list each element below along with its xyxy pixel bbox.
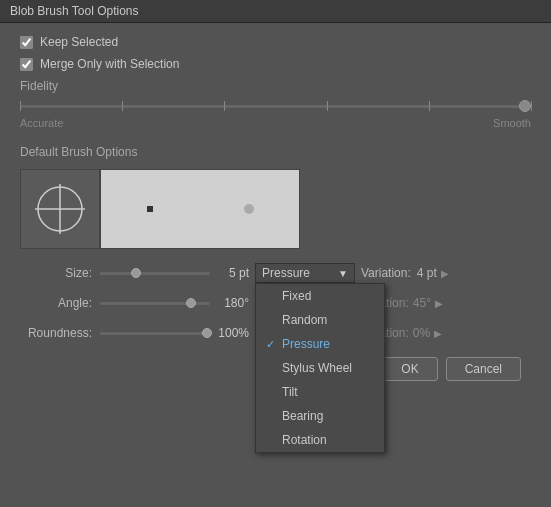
dropdown-menu: Fixed Random ✓ Pressure Stylus Wheel <box>255 283 385 453</box>
size-row: Size: 5 pt Pressure ▼ Fixed <box>20 261 531 285</box>
fidelity-slider-container[interactable] <box>20 97 531 115</box>
size-label: Size: <box>20 266 100 280</box>
dropdown-item-tilt[interactable]: Tilt <box>256 380 384 404</box>
size-variation-value: 4 pt <box>417 266 437 280</box>
keep-selected-label: Keep Selected <box>40 35 118 49</box>
fidelity-label: Fidelity <box>20 79 531 93</box>
fidelity-track <box>20 105 531 108</box>
checkmark-pressure: ✓ <box>266 338 276 351</box>
roundness-variation-arrow-icon[interactable]: ▶ <box>434 328 442 339</box>
fidelity-min-label: Accurate <box>20 117 63 129</box>
angle-variation-arrow-icon[interactable]: ▶ <box>435 298 443 309</box>
dropdown-item-label-stylus: Stylus Wheel <box>282 361 352 375</box>
roundness-thumb[interactable] <box>202 328 212 338</box>
fidelity-max-label: Smooth <box>493 117 531 129</box>
angle-variation-value: 45° <box>413 296 431 310</box>
dropdown-arrow-icon: ▼ <box>338 268 348 279</box>
size-value: 5 pt <box>210 266 255 280</box>
brush-dot-light <box>244 204 254 214</box>
angle-slider[interactable] <box>100 302 210 305</box>
merge-only-label: Merge Only with Selection <box>40 57 179 71</box>
brush-dot-preview <box>100 169 300 249</box>
dropdown-item-fixed[interactable]: Fixed <box>256 284 384 308</box>
dropdown-item-label-random: Random <box>282 313 327 327</box>
brush-dot-dark <box>147 206 153 212</box>
cancel-button[interactable]: Cancel <box>446 357 521 381</box>
pressure-dropdown-btn[interactable]: Pressure ▼ <box>255 263 355 283</box>
dropdown-item-label-tilt: Tilt <box>282 385 298 399</box>
dropdown-selected-label: Pressure <box>262 266 310 280</box>
size-variation-arrow-icon[interactable]: ▶ <box>441 268 449 279</box>
size-thumb[interactable] <box>131 268 141 278</box>
dropdown-item-label-pressure: Pressure <box>282 337 330 351</box>
keep-selected-row: Keep Selected <box>20 35 531 49</box>
ok-button[interactable]: OK <box>382 357 437 381</box>
fidelity-thumb[interactable] <box>519 100 531 112</box>
dialog-title: Blob Brush Tool Options <box>10 4 139 18</box>
angle-value: 180° <box>210 296 255 310</box>
merge-only-checkbox[interactable] <box>20 58 33 71</box>
dropdown-item-stylus[interactable]: Stylus Wheel <box>256 356 384 380</box>
size-slider[interactable] <box>100 272 210 275</box>
brush-icon-preview <box>20 169 100 249</box>
dropdown-item-random[interactable]: Random <box>256 308 384 332</box>
size-variation-group: Variation: 4 pt ▶ <box>355 266 449 280</box>
dropdown-item-label-bearing: Bearing <box>282 409 323 423</box>
dropdown-item-bearing[interactable]: Bearing <box>256 404 384 428</box>
roundness-value: 100% <box>210 326 255 340</box>
brush-preview-row <box>20 169 531 249</box>
size-variation-label: Variation: <box>355 266 417 280</box>
angle-thumb[interactable] <box>186 298 196 308</box>
params-section: Size: 5 pt Pressure ▼ Fixed <box>20 261 531 345</box>
keep-selected-checkbox[interactable] <box>20 36 33 49</box>
crosshair-svg <box>33 182 87 236</box>
roundness-variation-value: 0% <box>413 326 430 340</box>
merge-only-row: Merge Only with Selection <box>20 57 531 71</box>
dropdown-item-pressure[interactable]: ✓ Pressure <box>256 332 384 356</box>
dropdown-item-label-fixed: Fixed <box>282 289 311 303</box>
angle-label: Angle: <box>20 296 100 310</box>
fidelity-section: Fidelity Accurate Smooth <box>20 79 531 129</box>
title-bar: Blob Brush Tool Options <box>0 0 551 23</box>
dropdown-item-rotation[interactable]: Rotation <box>256 428 384 452</box>
roundness-label: Roundness: <box>20 326 100 340</box>
roundness-slider[interactable] <box>100 332 210 335</box>
dropdown-item-label-rotation: Rotation <box>282 433 327 447</box>
size-dropdown[interactable]: Pressure ▼ Fixed Random ✓ Pressure <box>255 263 355 283</box>
brush-options-title: Default Brush Options <box>20 145 531 159</box>
fidelity-labels: Accurate Smooth <box>20 117 531 129</box>
